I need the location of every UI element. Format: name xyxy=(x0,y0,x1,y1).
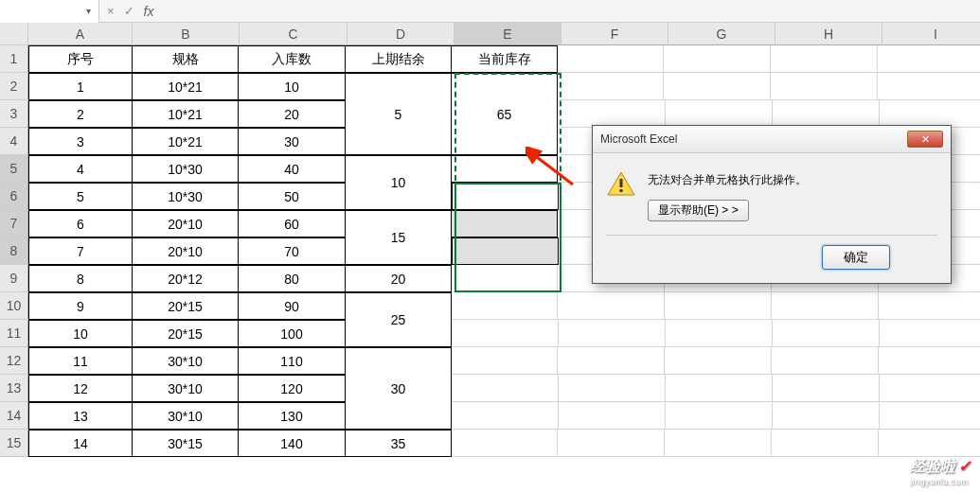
cell-B10[interactable]: 20*15 xyxy=(132,292,239,320)
column-header-E[interactable]: E xyxy=(454,23,561,45)
cell-H1[interactable] xyxy=(771,45,878,73)
cell-F14[interactable] xyxy=(559,402,666,430)
cell-A12[interactable]: 11 xyxy=(28,347,133,375)
cell-B13[interactable]: 30*10 xyxy=(132,375,239,402)
cell-G15[interactable] xyxy=(665,430,772,457)
cell-C7[interactable]: 60 xyxy=(238,210,346,237)
cell-B14[interactable]: 30*10 xyxy=(132,402,239,430)
cell-C12[interactable]: 110 xyxy=(238,347,346,375)
column-header-A[interactable]: A xyxy=(28,23,133,45)
cell-A3[interactable]: 2 xyxy=(28,100,133,128)
cell-B7[interactable]: 20*10 xyxy=(132,210,239,237)
row-header-2[interactable]: 2 xyxy=(0,73,28,100)
cell-F12[interactable] xyxy=(558,347,665,375)
cell-B8[interactable]: 20*10 xyxy=(132,237,239,265)
cell-H2[interactable] xyxy=(771,73,878,100)
row-header-13[interactable]: 13 xyxy=(0,375,28,402)
cell-C15[interactable]: 140 xyxy=(238,430,346,457)
cell-E7[interactable] xyxy=(451,210,558,237)
cell-H15[interactable] xyxy=(772,430,879,457)
cell-E6[interactable] xyxy=(452,183,559,210)
cell-H11[interactable] xyxy=(773,320,880,347)
column-header-G[interactable]: G xyxy=(668,23,775,45)
cell-A4[interactable]: 3 xyxy=(28,128,133,155)
cell-I15[interactable] xyxy=(879,430,980,457)
cell-B9[interactable]: 20*12 xyxy=(132,265,239,292)
column-header-I[interactable]: I xyxy=(882,23,980,45)
cell-F2[interactable] xyxy=(557,73,664,100)
cell-F1[interactable] xyxy=(557,45,664,73)
column-header-F[interactable]: F xyxy=(561,23,668,45)
cell-B12[interactable]: 30*10 xyxy=(132,347,239,375)
cell-B15[interactable]: 30*15 xyxy=(132,430,239,457)
close-button[interactable]: ✕ xyxy=(907,131,943,148)
cell-E11[interactable] xyxy=(452,320,559,347)
row-header-14[interactable]: 14 xyxy=(0,402,28,430)
header-cell-D[interactable]: 上期结余 xyxy=(345,45,452,73)
row-header-10[interactable]: 10 xyxy=(0,292,28,320)
row-header-7[interactable]: 7 xyxy=(0,210,28,237)
cell-A5[interactable]: 4 xyxy=(28,155,133,183)
fx-icon[interactable]: fx xyxy=(144,4,154,19)
cell-E13[interactable] xyxy=(452,375,559,402)
cell-I2[interactable] xyxy=(878,73,980,100)
cell-E8[interactable] xyxy=(452,237,559,265)
cancel-icon[interactable]: × xyxy=(107,4,115,18)
dialog-titlebar[interactable]: Microsoft Excel ✕ xyxy=(593,126,951,153)
row-header-15[interactable]: 15 xyxy=(0,430,28,457)
cell-G12[interactable] xyxy=(665,347,772,375)
cell-B5[interactable]: 10*30 xyxy=(132,155,239,183)
row-header-8[interactable]: 8 xyxy=(0,237,28,265)
cell-A10[interactable]: 9 xyxy=(28,292,133,320)
cell-E12[interactable] xyxy=(451,347,558,375)
cell-B4[interactable]: 10*21 xyxy=(132,128,239,155)
cell-H12[interactable] xyxy=(772,347,879,375)
cell-E14[interactable] xyxy=(452,402,559,430)
cell-D15[interactable]: 35 xyxy=(345,430,452,457)
ok-button[interactable]: 确定 xyxy=(822,245,890,270)
row-header-4[interactable]: 4 xyxy=(0,128,28,155)
header-cell-A[interactable]: 序号 xyxy=(28,45,133,73)
column-header-H[interactable]: H xyxy=(775,23,882,45)
cell-G2[interactable] xyxy=(664,73,771,100)
cell-D9[interactable]: 20 xyxy=(345,265,452,292)
cell-I11[interactable] xyxy=(880,320,980,347)
cell-B2[interactable]: 10*21 xyxy=(132,73,239,100)
cell-G14[interactable] xyxy=(666,402,773,430)
name-box-dropdown-icon[interactable]: ▾ xyxy=(86,6,91,16)
cell-A11[interactable]: 10 xyxy=(28,320,133,347)
cell-A2[interactable]: 1 xyxy=(28,73,133,100)
row-header-1[interactable]: 1 xyxy=(0,45,28,73)
cell-C10[interactable]: 90 xyxy=(238,292,346,320)
cell-D7[interactable]: 15 xyxy=(345,210,452,265)
cell-C5[interactable]: 40 xyxy=(238,155,346,183)
row-header-12[interactable]: 12 xyxy=(0,347,28,375)
cell-E10[interactable] xyxy=(451,292,558,320)
cell-I14[interactable] xyxy=(880,402,980,430)
cell-F15[interactable] xyxy=(558,430,665,457)
cell-A9[interactable]: 8 xyxy=(28,265,133,292)
cell-B11[interactable]: 20*15 xyxy=(132,320,239,347)
cell-I13[interactable] xyxy=(880,375,980,402)
cell-H3[interactable] xyxy=(773,100,880,128)
row-header-3[interactable]: 3 xyxy=(0,100,28,128)
cell-G10[interactable] xyxy=(665,292,772,320)
cell-A13[interactable]: 12 xyxy=(28,375,133,402)
row-header-9[interactable]: 9 xyxy=(0,265,28,292)
row-header-5[interactable]: 5 xyxy=(0,155,28,183)
cell-C3[interactable]: 20 xyxy=(238,100,346,128)
column-header-C[interactable]: C xyxy=(240,23,347,45)
cell-I3[interactable] xyxy=(880,100,980,128)
cell-F3[interactable] xyxy=(559,100,666,128)
cell-C2[interactable]: 10 xyxy=(238,73,346,100)
cell-A7[interactable]: 6 xyxy=(28,210,133,237)
cell-D10[interactable]: 25 xyxy=(345,292,452,347)
cell-F10[interactable] xyxy=(558,292,665,320)
header-cell-E[interactable]: 当前库存 xyxy=(451,45,558,73)
cell-H10[interactable] xyxy=(772,292,879,320)
cell-G13[interactable] xyxy=(666,375,773,402)
cell-A14[interactable]: 13 xyxy=(28,402,133,430)
cell-C4[interactable]: 30 xyxy=(238,128,346,155)
cell-H14[interactable] xyxy=(773,402,880,430)
cell-C9[interactable]: 80 xyxy=(238,265,346,292)
